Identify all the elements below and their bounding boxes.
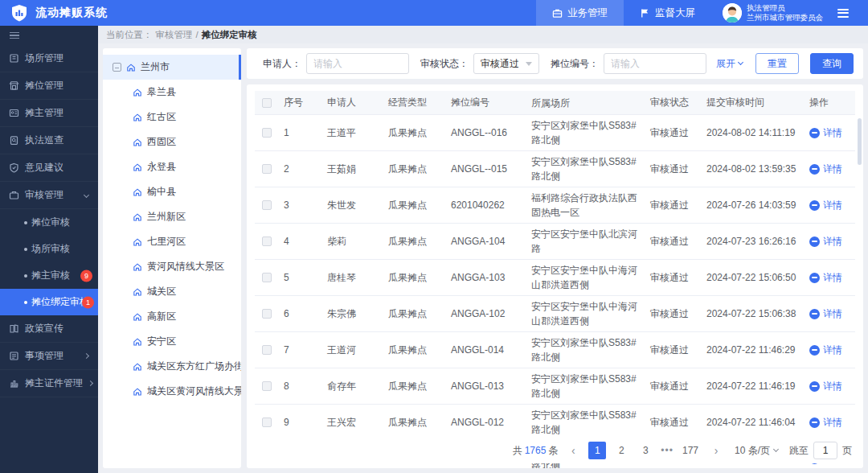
detail-button[interactable]: 详情	[805, 159, 861, 179]
row-stall-code: ANGGA-103	[446, 269, 526, 286]
nav-monitor[interactable]: 监督大屏	[624, 0, 711, 26]
row-checkbox[interactable]	[262, 236, 272, 246]
next-page-button[interactable]: ›	[707, 442, 725, 459]
table-row: 2 王茹娟 瓜果摊点 ANGGL--015 安宁区刘家堡中队S583#路北侧 审…	[255, 151, 855, 187]
tree-node[interactable]: 城关区黄河风情线大景区街道	[103, 379, 241, 404]
sidebar-item-policy[interactable]: 政策宣传	[0, 315, 98, 343]
table-header-row: 序号 申请人 经营类型 摊位编号 所属场所 审核状态 提交审核时间 操作	[255, 91, 855, 115]
home-icon	[133, 162, 142, 172]
select-all-checkbox[interactable]	[262, 98, 272, 108]
nav-monitor-label: 监督大屏	[655, 6, 695, 20]
sidebar-item-label: 意见建议	[25, 161, 63, 175]
row-checkbox[interactable]	[262, 128, 272, 138]
page-button-3[interactable]: 3	[637, 442, 654, 459]
detail-button[interactable]: 详情	[805, 413, 861, 433]
tree-node[interactable]: 永登县	[103, 154, 241, 179]
search-button[interactable]: 查询	[810, 53, 854, 74]
more-icon	[809, 309, 820, 319]
row-status: 审核通过	[645, 232, 702, 252]
detail-button[interactable]: 详情	[805, 232, 861, 252]
tree-node-root[interactable]: 兰州市	[103, 55, 241, 80]
detail-button[interactable]: 详情	[805, 340, 861, 360]
tree-node[interactable]: 安宁区	[103, 329, 241, 354]
tree-node[interactable]: 高新区	[103, 304, 241, 329]
reset-button[interactable]: 重置	[755, 53, 799, 74]
stall-code-input[interactable]	[604, 53, 706, 74]
sidebar-item-patrol[interactable]: 执法巡查	[0, 127, 98, 154]
row-status: 审核通过	[645, 413, 702, 433]
tree-node[interactable]: 七里河区	[103, 229, 241, 254]
filter-bar: 申请人： 审核状态： 审核通过 摊位编号： 展开 重置 查询	[247, 48, 863, 79]
sidebar-item-vendor-cert-mgmt[interactable]: 摊主证件管理	[0, 370, 98, 397]
more-icon	[809, 345, 820, 356]
page-button-1[interactable]: 1	[588, 442, 606, 459]
table-scrollbar[interactable]	[858, 118, 862, 165]
sidebar-subitem-label: 场所审核	[31, 242, 70, 256]
sidebar-collapse-icon[interactable]	[10, 32, 19, 39]
detail-button[interactable]: 详情	[805, 304, 861, 324]
row-type: 瓜果摊点	[383, 340, 446, 360]
page-button-last[interactable]: 177	[680, 442, 701, 459]
tree-node[interactable]: 黄河风情线大景区	[103, 254, 241, 279]
row-submit-time: 2024-07-23 16:26:16	[702, 232, 805, 250]
row-applicant: 王茹娟	[322, 159, 383, 179]
row-no: 6	[279, 305, 322, 323]
row-checkbox[interactable]	[262, 345, 272, 355]
sidebar-item-audit-mgmt[interactable]: 审核管理	[0, 182, 98, 209]
tree-node[interactable]: 皋兰县	[103, 80, 241, 105]
sidebar-item-vendor-mgmt[interactable]: 摊主管理	[0, 100, 98, 127]
row-applicant: 俞存年	[322, 376, 383, 397]
sidebar-subitem-stall-audit[interactable]: 摊位审核	[0, 209, 98, 236]
row-place: 安宁区安宁堡中队中海河山郡洪道西侧	[526, 296, 645, 331]
user-info[interactable]: 执法管理员 兰州市城市管理委员会	[711, 3, 834, 23]
detail-button[interactable]: 详情	[805, 195, 861, 216]
sidebar-subitem-stall-binding-audit[interactable]: 摊位绑定审核 1	[0, 289, 98, 315]
home-icon	[133, 138, 142, 147]
menu-icon[interactable]	[837, 9, 858, 18]
tree-node-label: 兰州新区	[147, 210, 186, 224]
row-checkbox[interactable]	[262, 164, 272, 174]
bullet-icon	[24, 221, 27, 224]
tree-node-label: 城关区东方红广场办街道	[147, 360, 241, 373]
nav-business[interactable]: 业务管理	[536, 0, 624, 26]
expand-filters-link[interactable]: 展开	[716, 57, 743, 71]
row-checkbox[interactable]	[262, 417, 272, 427]
feedback-icon	[9, 162, 19, 173]
row-submit-time: 2024-08-02 14:11:19	[702, 124, 805, 142]
chevron-down-icon	[738, 60, 743, 65]
applicant-input[interactable]	[306, 53, 409, 74]
detail-button[interactable]: 详情	[805, 123, 861, 143]
detail-button[interactable]: 详情	[805, 268, 861, 288]
sidebar-item-feedback[interactable]: 意见建议	[0, 154, 98, 182]
chevron-right-icon	[88, 380, 93, 386]
status-select[interactable]: 审核通过	[473, 53, 539, 74]
page-button-2[interactable]: 2	[612, 442, 630, 459]
sidebar-item-place-mgmt[interactable]: 场所管理	[0, 45, 98, 72]
page-size-select[interactable]: 10 条/页	[735, 444, 778, 458]
sidebar-subitem-place-audit[interactable]: 场所审核	[0, 236, 98, 262]
detail-button[interactable]: 详情	[805, 376, 861, 397]
tree-node[interactable]: 西固区	[103, 130, 241, 154]
jump-page-input[interactable]	[813, 442, 837, 459]
row-checkbox[interactable]	[262, 309, 272, 319]
prev-page-button[interactable]: ‹	[564, 442, 582, 459]
tree-node[interactable]: 红古区	[103, 105, 241, 130]
home-icon	[133, 387, 142, 397]
briefcase-icon	[552, 8, 563, 19]
tree-node[interactable]: 城关区东方红广场办街道	[103, 354, 241, 379]
tree-node[interactable]: 城关区	[103, 279, 241, 304]
tree-node[interactable]: 榆中县	[103, 179, 241, 204]
user-lines: 执法管理员 兰州市城市管理委员会	[747, 3, 823, 23]
sidebar-subitem-vendor-audit[interactable]: 摊主审核 9	[0, 262, 98, 289]
row-checkbox[interactable]	[262, 381, 272, 391]
row-checkbox[interactable]	[262, 200, 272, 210]
row-checkbox[interactable]	[262, 273, 272, 282]
tree-node[interactable]: 兰州新区	[103, 204, 241, 229]
pagination-ellipsis[interactable]: •••	[661, 445, 674, 456]
detail-label: 详情	[823, 343, 842, 357]
region-tree-panel: 兰州市 皋兰县 红古区	[103, 48, 241, 468]
tree-collapse-icon[interactable]	[113, 63, 121, 72]
sidebar-item-stall-mgmt[interactable]: 摊位管理	[0, 72, 98, 100]
detail-label: 详情	[823, 380, 842, 393]
sidebar-item-matters-mgmt[interactable]: 事项管理	[0, 343, 98, 370]
